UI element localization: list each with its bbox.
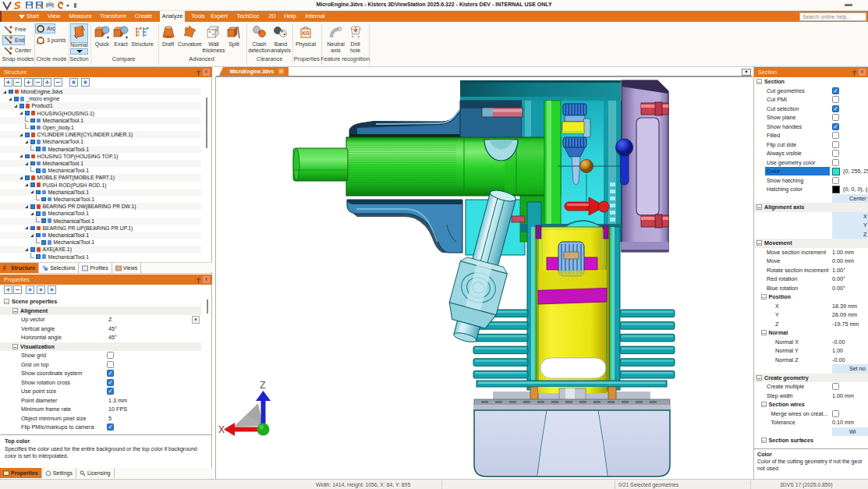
svg-text:Z: Z (260, 380, 265, 391)
svg-text:X: X (218, 424, 225, 435)
svg-text:KG: KG (302, 30, 310, 36)
